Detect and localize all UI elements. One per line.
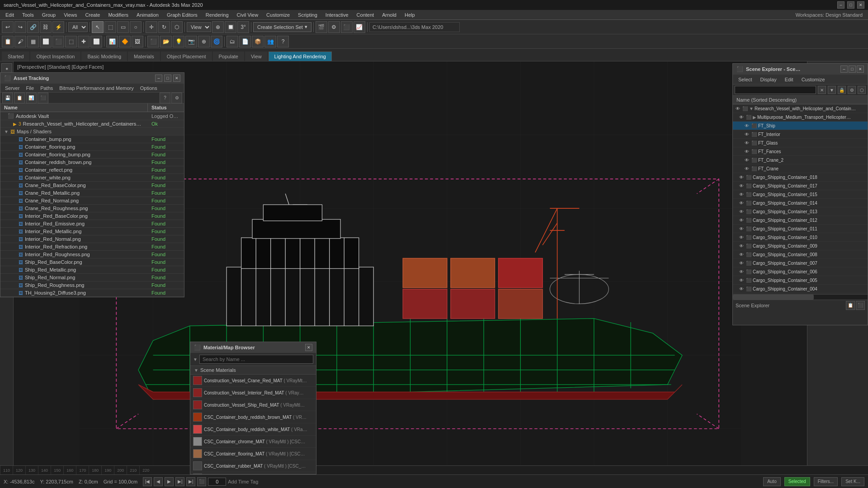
list-item[interactable]: 👁 ⬛ Cargo_Shipping_Container_013: [733, 207, 868, 216]
layer-exp-button[interactable]: 📄: [239, 36, 251, 47]
list-item[interactable]: 👁 ⬛ Cargo_Shipping_Container_011: [733, 225, 868, 233]
list-item[interactable]: 🖼Crane_Red_Roughness.png Found: [0, 205, 184, 212]
asset-button[interactable]: 📂: [160, 36, 172, 47]
at-file-row[interactable]: ▶ 3 Research_Vessel_with_Helicopter_and_…: [0, 120, 184, 128]
se-eye-icon-21[interactable]: 👁: [738, 286, 745, 292]
list-item[interactable]: 👁 ⬛ Cargo_Shipping_Container_007: [733, 259, 868, 267]
at-tb-btn4[interactable]: ⬛: [38, 93, 48, 103]
auto-btn[interactable]: Auto: [763, 477, 781, 486]
minimize-button[interactable]: –: [837, 1, 844, 9]
go-end-btn[interactable]: ▶|: [186, 477, 195, 486]
tab-object-placement[interactable]: Object Placement: [161, 52, 212, 61]
link-button[interactable]: 🔗: [27, 21, 39, 33]
list-item[interactable]: CSC_Container_chrome_MAT ( VRayMtl ) [CS…: [190, 436, 316, 448]
list-item[interactable]: 🖼Container_white.png Found: [0, 174, 184, 182]
rotate-button[interactable]: ↻: [158, 21, 170, 33]
se-lock-btn[interactable]: 🔒: [838, 86, 846, 94]
list-item[interactable]: 👁 ⬛ Cargo_Shipping_Container_004: [733, 285, 868, 293]
material-button[interactable]: 🔶: [119, 36, 131, 47]
menu-animation[interactable]: Animation: [133, 11, 162, 19]
mb-search-input[interactable]: [199, 355, 313, 364]
menu-content[interactable]: Content: [353, 11, 378, 19]
se-menu-display[interactable]: Display: [757, 76, 780, 83]
list-item[interactable]: 🖼Crane_Red_Metallic.png Found: [0, 189, 184, 197]
select-region-button[interactable]: ⬚: [104, 21, 116, 33]
menu-arnold[interactable]: Arnold: [378, 11, 400, 19]
next-frame-btn[interactable]: ▶|: [175, 477, 184, 486]
select-circle-button[interactable]: ○: [130, 21, 142, 33]
list-item[interactable]: 🖼Container_reflect.png Found: [0, 166, 184, 174]
se-search-input[interactable]: [735, 86, 816, 94]
se-eye-icon-11[interactable]: 👁: [738, 200, 745, 206]
list-item[interactable]: 👁 ⬛ FT_Crane_2: [733, 156, 868, 164]
list-item[interactable]: 🖼Interior_Red_Metallic.png Found: [0, 228, 184, 235]
frame-input[interactable]: [208, 478, 226, 486]
se-scrollbar[interactable]: [733, 294, 868, 300]
timeline[interactable]: 110 120 130 140 150 160 170 180 190 200 …: [0, 465, 868, 474]
at-menu-file[interactable]: File: [23, 84, 37, 92]
tab-materials[interactable]: Materials: [128, 52, 160, 61]
align-button[interactable]: ⬛: [52, 36, 64, 47]
redo-button[interactable]: ↪: [14, 21, 26, 33]
maximize-button[interactable]: □: [847, 1, 854, 9]
list-item[interactable]: 👁 ⬛ FT_Glass: [733, 139, 868, 147]
material-editor-button[interactable]: ⬛: [341, 21, 353, 33]
menu-customize[interactable]: Customize: [263, 11, 293, 19]
quick-align-button[interactable]: ✚: [78, 36, 90, 47]
se-eye-icon-2[interactable]: 👁: [744, 122, 750, 129]
se-eye-icon-15[interactable]: 👁: [738, 234, 745, 240]
se-eye-icon-1[interactable]: 👁: [738, 114, 745, 120]
xref-button[interactable]: ⬛: [147, 36, 159, 47]
se-title-bar[interactable]: ⬛ Scene Explorer - Sce… – □ ✕: [733, 64, 868, 75]
mb-material-list[interactable]: Construction_Vessel_Crane_Red_MAT ( VRay…: [190, 375, 316, 474]
spacewarp-button[interactable]: 🌀: [211, 36, 222, 47]
at-tb-settings[interactable]: ⚙: [171, 93, 182, 103]
menu-tools[interactable]: Tools: [19, 11, 38, 19]
se-eye-icon-20[interactable]: 👁: [738, 277, 745, 283]
at-minimize-btn[interactable]: –: [155, 75, 162, 82]
render-settings-button[interactable]: ⚙: [328, 21, 340, 33]
se-eye-icon-18[interactable]: 👁: [738, 260, 745, 266]
list-item[interactable]: 🖼Interior_Red_Normal.png Found: [0, 235, 184, 243]
spacing-tool-button[interactable]: ⬜: [90, 36, 102, 47]
se-eye-icon-12[interactable]: 👁: [738, 208, 745, 215]
filter-dropdown[interactable]: All: [68, 22, 88, 32]
ribbon-button[interactable]: ▦: [27, 36, 39, 47]
light-button[interactable]: 💡: [173, 36, 184, 47]
list-item[interactable]: 👁 ⬛ Cargo_Shipping_Container_008: [733, 250, 868, 259]
tab-view[interactable]: View: [245, 52, 268, 61]
se-menu-edit[interactable]: Edit: [781, 76, 797, 83]
se-node-list[interactable]: 👁 ⬛ ▼ Research_Vessel_with_Helicopter_an…: [733, 104, 868, 294]
se-eye-icon-9[interactable]: 👁: [738, 183, 745, 189]
array-button[interactable]: ⬚: [65, 36, 77, 47]
bind-button[interactable]: ⚡: [52, 21, 64, 33]
menu-rendering[interactable]: Rendering: [202, 11, 232, 19]
se-eye-icon-8[interactable]: 👁: [738, 174, 745, 180]
list-item[interactable]: 🖼Container_reddish_brown.png Found: [0, 159, 184, 166]
render-frame-button[interactable]: 🖼: [132, 36, 143, 47]
at-close-btn[interactable]: ✕: [173, 75, 180, 82]
list-item[interactable]: 🖼Container_flooring.png Found: [0, 143, 184, 151]
unlink-button[interactable]: ⛓: [40, 21, 52, 33]
at-tb-help[interactable]: ?: [160, 93, 170, 103]
tab-object-inspection[interactable]: Object Inspection: [30, 52, 80, 61]
se-eye-icon-7[interactable]: 👁: [744, 165, 750, 172]
se-layers-btn[interactable]: 📋: [846, 301, 855, 310]
list-item[interactable]: 👁 ⬛ Cargo_Shipping_Container_010: [733, 233, 868, 242]
list-item[interactable]: 🖼Ship_Red_Normal.png Found: [0, 274, 184, 282]
se-eye-icon-3[interactable]: 👁: [744, 131, 750, 137]
list-item[interactable]: 👁 ⬛ ▼ Research_Vessel_with_Helicopter_an…: [733, 104, 868, 113]
se-eye-icon-17[interactable]: 👁: [738, 251, 745, 258]
list-item[interactable]: 👁 ⬛ Cargo_Shipping_Container_006: [733, 267, 868, 276]
menu-interactive[interactable]: Interactive: [322, 11, 352, 19]
menu-create[interactable]: Create: [81, 11, 104, 19]
list-item[interactable]: 🖼Crane_Red_BaseColor.png Found: [0, 182, 184, 189]
list-item[interactable]: CSC_Container_rubber_MAT ( VRayMtl ) [CS…: [190, 460, 316, 472]
list-item[interactable]: 🖼Interior_Red_BaseColor.png Found: [0, 212, 184, 220]
list-item[interactable]: 🖼Crane_Red_Normal.png Found: [0, 197, 184, 205]
view-dropdown[interactable]: View: [187, 22, 211, 32]
render-button[interactable]: 🎬: [316, 21, 327, 33]
se-eye-icon-6[interactable]: 👁: [744, 157, 750, 163]
at-title-bar[interactable]: ⬛ Asset Tracking – □ ✕: [0, 73, 184, 84]
mirror-button[interactable]: ⬜: [40, 36, 52, 47]
